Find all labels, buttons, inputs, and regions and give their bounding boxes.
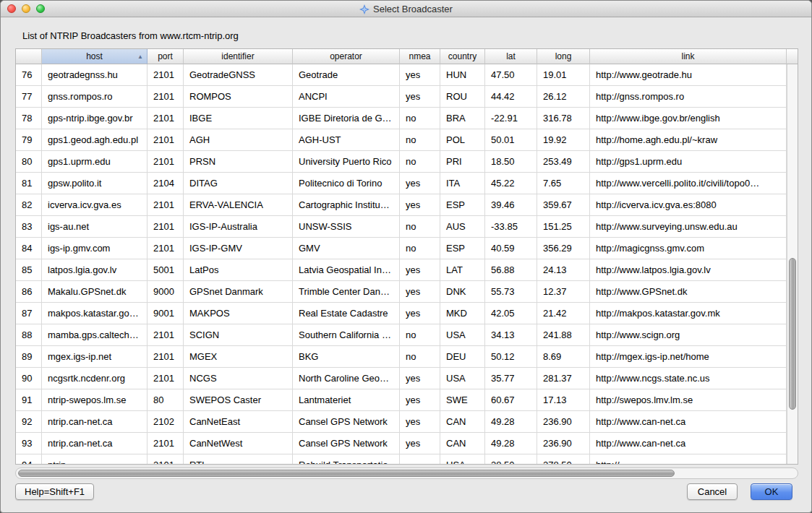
table-row[interactable]: 94ntrip2101RTIRebuild Transportatio…USA3…: [16, 454, 787, 464]
cell-operator: BKG: [293, 346, 400, 367]
cell-lat: 47.50: [485, 64, 537, 85]
column-header-country[interactable]: country: [440, 49, 485, 64]
cell-long: 253.49: [537, 151, 590, 172]
cell-nmea: yes: [400, 389, 440, 410]
cell-nmea: yes: [400, 194, 440, 215]
column-header-nmea[interactable]: nmea: [400, 49, 440, 64]
table-row[interactable]: 91ntrip-swepos.lm.se80SWEPOS CasterLantm…: [16, 389, 787, 411]
help-button[interactable]: Help=Shift+F1: [15, 483, 94, 500]
cell-port: 9000: [148, 281, 184, 302]
cell-port: 9001: [148, 303, 184, 324]
cell-long: 26.12: [537, 86, 590, 107]
cell-port: 2101: [148, 346, 184, 367]
cell-nmea: yes: [400, 411, 440, 432]
table-row[interactable]: 88mamba.gps.caltech…2101SCIGNSouthern Ca…: [16, 324, 787, 346]
column-header-lat[interactable]: lat: [485, 49, 537, 64]
cell-link: http://icverva.icv.gva.es:8080: [590, 194, 787, 215]
cell-country: POL: [440, 129, 485, 150]
ok-button[interactable]: OK: [751, 483, 792, 500]
cell-identifier: PRSN: [184, 151, 293, 172]
cell-host: gpsw.polito.it: [42, 173, 148, 194]
cancel-button[interactable]: Cancel: [687, 483, 738, 500]
table-row[interactable]: 93ntrip.can-net.ca2101CanNetWestCansel G…: [16, 433, 787, 454]
cell-lat: 56.88: [485, 259, 537, 280]
column-header-operator[interactable]: operator: [293, 49, 400, 64]
cell-rownum: 77: [16, 86, 42, 107]
column-header-identifier[interactable]: identifier: [184, 49, 293, 64]
cell-rownum: 85: [16, 259, 42, 280]
cell-nmea: [400, 454, 440, 464]
cell-long: 281.37: [537, 368, 590, 389]
cell-link: http://www.can-net.ca: [590, 411, 787, 432]
cell-country: ESP: [440, 238, 485, 259]
cell-lat: 35.77: [485, 368, 537, 389]
cell-long: 356.29: [537, 238, 590, 259]
cell-identifier: MGEX: [184, 346, 293, 367]
cell-rownum: 83: [16, 216, 42, 237]
cell-link: http://www.can-net.ca: [590, 433, 787, 454]
cell-country: MKD: [440, 303, 485, 324]
cell-identifier: IGS-IP-Australia: [184, 216, 293, 237]
cell-lat: 50.01: [485, 129, 537, 150]
cell-long: 359.67: [537, 194, 590, 215]
window-title: Select Broadcaster: [373, 4, 453, 14]
column-header-port[interactable]: port: [148, 49, 184, 64]
table-row[interactable]: 82icverva.icv.gva.es2101ERVA-VALENCIACar…: [16, 194, 787, 216]
table-row[interactable]: 76geotradegnss.hu2101GeotradeGNSSGeotrad…: [16, 64, 787, 86]
cell-host: ntrip.can-net.ca: [42, 411, 148, 432]
table-row[interactable]: 89mgex.igs-ip.net2101MGEXBKGnoDEU50.128.…: [16, 346, 787, 368]
cell-lat: 39.46: [485, 194, 537, 215]
cell-operator: AGH-UST: [293, 129, 400, 150]
cell-long: 8.69: [537, 346, 590, 367]
title-bar[interactable]: Select Broadcaster: [1, 1, 811, 17]
cell-port: 80: [148, 389, 184, 410]
vertical-scrollbar[interactable]: [787, 64, 798, 464]
cell-rownum: 84: [16, 238, 42, 259]
cell-link: http://magicgnss.gmv.com: [590, 238, 787, 259]
cell-link: http://www.vercelli.polito.it/civili/top…: [590, 173, 787, 194]
cell-identifier: ERVA-VALENCIA: [184, 194, 293, 215]
column-header-host[interactable]: host▲: [42, 49, 148, 64]
cell-link: http://www.geotrade.hu: [590, 64, 787, 85]
column-header-label: host: [86, 51, 103, 61]
cell-port: 2101: [148, 454, 184, 464]
column-header-long[interactable]: long: [537, 49, 590, 64]
cell-host: ncgsrtk.ncdenr.org: [42, 368, 148, 389]
table-row[interactable]: 80gps1.uprm.edu2101PRSNUniversity Puerto…: [16, 151, 787, 173]
cell-lat: 49.28: [485, 411, 537, 432]
table-row[interactable]: 90ncgsrtk.ncdenr.org2101NCGSNorth Caroli…: [16, 368, 787, 389]
cell-link: http://gnss.rompos.ro: [590, 86, 787, 107]
app-sparkle-icon: [359, 4, 369, 14]
cell-operator: Latvia Geospatial In…: [293, 259, 400, 280]
horizontal-scrollbar-thumb[interactable]: [18, 470, 675, 477]
cell-host: gps-ntrip.ibge.gov.br: [42, 108, 148, 129]
vertical-scrollbar-thumb[interactable]: [789, 258, 796, 410]
table-row[interactable]: 85latpos.lgia.gov.lv5001LatPosLatvia Geo…: [16, 259, 787, 281]
cell-host: mgex.igs-ip.net: [42, 346, 148, 367]
table-row[interactable]: 83igs-au.net2101IGS-IP-AustraliaUNSW-SSI…: [16, 216, 787, 238]
horizontal-scrollbar[interactable]: [15, 467, 798, 479]
cell-rownum: 81: [16, 173, 42, 194]
cell-country: USA: [440, 324, 485, 345]
cell-port: 5001: [148, 259, 184, 280]
column-header-link[interactable]: link: [590, 49, 787, 64]
cell-nmea: no: [400, 324, 440, 345]
cell-rownum: 79: [16, 129, 42, 150]
table-row[interactable]: 87makpos.katastar.go…9001MAKPOSReal Esta…: [16, 303, 787, 324]
table-row[interactable]: 79gps1.geod.agh.edu.pl2101AGHAGH-USTnoPO…: [16, 129, 787, 151]
cell-identifier: IGS-IP-GMV: [184, 238, 293, 259]
cell-port: 2101: [148, 151, 184, 172]
cell-operator: North Caroline Geo…: [293, 368, 400, 389]
column-header-label: country: [448, 51, 476, 61]
cell-lat: 34.13: [485, 324, 537, 345]
table-row[interactable]: 92ntrip.can-net.ca2102CanNetEastCansel G…: [16, 411, 787, 433]
table-row[interactable]: 77gnss.rompos.ro2101ROMPOSANCPIyesROU44.…: [16, 86, 787, 108]
table-row[interactable]: 86Makalu.GPSnet.dk9000GPSnet DanmarkTrim…: [16, 281, 787, 303]
column-header-rownum[interactable]: [16, 49, 42, 64]
table-row[interactable]: 81gpsw.polito.it2104DITAGPolitecnico di …: [16, 173, 787, 194]
table-row[interactable]: 84igs-ip.gmv.com2101IGS-IP-GMVGMVnoESP40…: [16, 238, 787, 259]
cell-identifier: LatPos: [184, 259, 293, 280]
table-row[interactable]: 78gps-ntrip.ibge.gov.br2101IBGEIGBE Dire…: [16, 108, 787, 129]
cell-nmea: yes: [400, 64, 440, 85]
cell-long: 236.90: [537, 433, 590, 454]
